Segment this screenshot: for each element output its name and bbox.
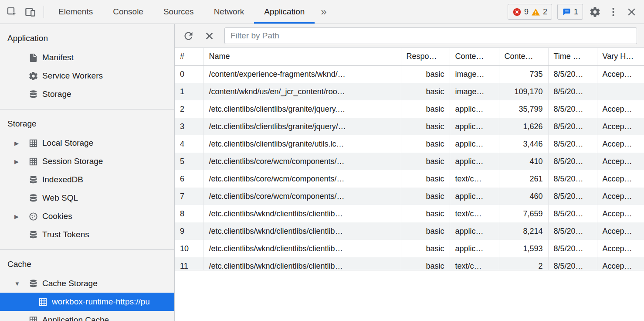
- section-title-application: Application: [0, 24, 174, 48]
- cache-entry-cell: basic: [401, 118, 450, 135]
- cache-entry-cell: Accep…: [597, 188, 644, 205]
- cache-entry-cell: basic: [401, 83, 450, 100]
- cache-toolbar: [175, 24, 644, 48]
- messages-badge[interactable]: 1: [557, 4, 583, 20]
- sidebar-item-storage[interactable]: Storage: [0, 85, 174, 103]
- more-tabs-button[interactable]: »: [315, 0, 332, 24]
- sidebar-section-storage: Storage▶Local Storage▶Session StorageInd…: [0, 109, 174, 250]
- sidebar-item-trust-tokens[interactable]: Trust Tokens: [0, 225, 174, 244]
- kebab-menu-button[interactable]: [604, 2, 622, 21]
- warning-icon: [531, 7, 540, 17]
- column-header-4-conte[interactable]: Conte…: [499, 48, 548, 65]
- cache-entry-cell: 109,170: [499, 83, 548, 100]
- column-header-3-conte[interactable]: Conte…: [450, 48, 499, 65]
- sidebar-item-cache-storage[interactable]: ▼Cache Storage: [0, 274, 174, 293]
- cache-entry-cell: /etc.clientlibs/wknd/clientlibs/clientli…: [203, 240, 401, 257]
- gear-icon: [28, 71, 38, 81]
- close-icon: [626, 6, 637, 18]
- cache-entry-cell: 8/5/20…: [548, 65, 597, 83]
- cache-entry-cell: /etc.clientlibs/clientlibs/granite/utils…: [203, 135, 401, 153]
- cache-entry-row[interactable]: 5/etc.clientlibs/core/wcm/components/…ba…: [175, 153, 644, 170]
- sidebar-item-label: Cookies: [42, 212, 72, 221]
- cache-entry-cell: applic…: [450, 100, 499, 118]
- column-header-6-vary-h[interactable]: Vary H…: [597, 48, 644, 65]
- sidebar-section-cache: Cache▼Cache Storageworkbox-runtime-https…: [0, 250, 174, 321]
- chevron-right-icon[interactable]: ▶: [14, 158, 24, 165]
- devtools-tabs: ElementsConsoleSourcesNetworkApplication: [48, 0, 315, 24]
- cache-entry-cell: applic…: [450, 240, 499, 257]
- chevron-right-icon[interactable]: ▶: [14, 140, 24, 147]
- sidebar-item-session-storage[interactable]: ▶Session Storage: [0, 152, 174, 171]
- cache-entry-cell: 8/5/20…: [548, 188, 597, 205]
- chevron-right-icon[interactable]: ▶: [14, 213, 24, 220]
- sidebar-item-label: Service Workers: [42, 71, 103, 81]
- sidebar-item-label: workbox-runtime-https://pu: [52, 297, 150, 307]
- database-icon: [28, 175, 38, 185]
- cache-entry-row[interactable]: 0/content/experience-fragments/wknd/…bas…: [175, 65, 644, 83]
- column-header-5-time[interactable]: Time …: [548, 48, 597, 65]
- cache-entry-cell: Accep…: [597, 135, 644, 153]
- cache-entry-row[interactable]: 3/etc.clientlibs/clientlibs/granite/jque…: [175, 118, 644, 135]
- sidebar-item-label: Manifest: [42, 53, 74, 62]
- inspect-element-button[interactable]: [3, 2, 21, 21]
- cache-entry-row[interactable]: 8/etc.clientlibs/wknd/clientlibs/clientl…: [175, 205, 644, 222]
- table-icon: [28, 157, 38, 167]
- cache-entry-cell: text/c…: [450, 170, 499, 188]
- sidebar-section-application: ApplicationManifestService WorkersStorag…: [0, 24, 174, 109]
- device-toolbar-button[interactable]: [21, 2, 39, 21]
- cache-entry-cell: /etc.clientlibs/wknd/clientlibs/clientli…: [203, 222, 401, 240]
- cache-entry-row[interactable]: 11/etc.clientlibs/wknd/clientlibs/client…: [175, 257, 644, 270]
- cache-entry-cell: /content/wknd/us/en/_jcr_content/roo…: [203, 83, 401, 100]
- table-body: 0/content/experience-fragments/wknd/…bas…: [175, 65, 644, 270]
- cache-entry-cell: /etc.clientlibs/core/wcm/components/…: [203, 188, 401, 205]
- tab-application[interactable]: Application: [254, 0, 315, 24]
- column-header-0-[interactable]: #: [175, 48, 203, 65]
- cache-entry-cell: 8/5/20…: [548, 83, 597, 100]
- cache-entry-row[interactable]: 7/etc.clientlibs/core/wcm/components/…ba…: [175, 188, 644, 205]
- tab-console[interactable]: Console: [103, 0, 153, 24]
- cache-entry-cell: 2: [175, 100, 203, 118]
- cache-entry-row[interactable]: 2/etc.clientlibs/clientlibs/granite/jque…: [175, 100, 644, 118]
- section-title-storage: Storage: [0, 109, 174, 134]
- cache-entry-cell: 11: [175, 257, 203, 270]
- errors-warnings-badge[interactable]: 9 2: [508, 4, 552, 20]
- cache-entry-row[interactable]: 1/content/wknd/us/en/_jcr_content/roo…ba…: [175, 83, 644, 100]
- message-icon: [562, 7, 571, 17]
- cache-entry-row[interactable]: 9/etc.clientlibs/wknd/clientlibs/clientl…: [175, 222, 644, 240]
- filter-by-path-input[interactable]: [224, 27, 637, 44]
- tab-sources[interactable]: Sources: [153, 0, 204, 24]
- cache-entry-cell: 6: [175, 170, 203, 188]
- sidebar-item-cookies[interactable]: ▶Cookies: [0, 207, 174, 225]
- sidebar-item-label: Session Storage: [42, 157, 103, 166]
- chevron-down-icon[interactable]: ▼: [14, 280, 24, 287]
- clear-cache-button[interactable]: [200, 26, 218, 45]
- cache-entry-cell: basic: [401, 65, 450, 83]
- cache-storage-panel: #NameRespo…Conte…Conte…Time …Vary H… 0/c…: [175, 24, 644, 321]
- sidebar-item-manifest[interactable]: Manifest: [0, 48, 174, 67]
- cache-entry-cell: 9: [175, 222, 203, 240]
- tab-network[interactable]: Network: [204, 0, 254, 24]
- cache-entry-cell: Accep…: [597, 257, 644, 270]
- sidebar-item-application-cache[interactable]: Application Cache: [0, 311, 174, 321]
- cache-entry-cell: 8/5/20…: [548, 118, 597, 135]
- cache-entry-cell: basic: [401, 100, 450, 118]
- cache-entry-cell: 8/5/20…: [548, 240, 597, 257]
- tab-elements[interactable]: Elements: [48, 0, 103, 24]
- sidebar-item-service-workers[interactable]: Service Workers: [0, 67, 174, 85]
- settings-gear-button[interactable]: [586, 2, 604, 21]
- column-header-1-name[interactable]: Name: [203, 48, 401, 65]
- gear-icon: [589, 6, 601, 18]
- cache-entry-row[interactable]: 6/etc.clientlibs/core/wcm/components/…ba…: [175, 170, 644, 188]
- cache-entry-row[interactable]: 10/etc.clientlibs/wknd/clientlibs/client…: [175, 240, 644, 257]
- sidebar-item-workbox-runtime-https-pu[interactable]: workbox-runtime-https://pu: [0, 293, 174, 311]
- sidebar-item-web-sql[interactable]: Web SQL: [0, 189, 174, 207]
- database-icon: [28, 279, 38, 289]
- column-header-2-respo[interactable]: Respo…: [401, 48, 450, 65]
- sidebar-item-indexeddb[interactable]: IndexedDB: [0, 171, 174, 189]
- sidebar-item-local-storage[interactable]: ▶Local Storage: [0, 134, 174, 152]
- close-devtools-button[interactable]: [622, 2, 641, 21]
- cache-entry-row[interactable]: 4/etc.clientlibs/clientlibs/granite/util…: [175, 135, 644, 153]
- cache-entry-cell: text/c…: [450, 205, 499, 222]
- refresh-button[interactable]: [179, 26, 197, 45]
- cache-entry-cell: basic: [401, 170, 450, 188]
